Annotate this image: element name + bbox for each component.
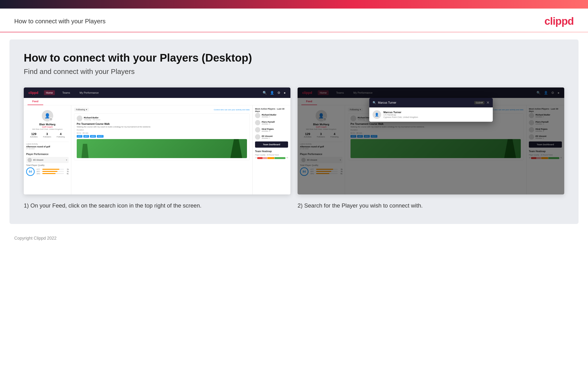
player-list-item-4: Eli Vincent Activities: 1 — [255, 134, 288, 139]
profile-card: 👤 Blair McHarg Golf Coach Mill Ride Golf… — [26, 108, 69, 142]
nav-home[interactable]: Home — [44, 90, 55, 95]
search-input[interactable]: Marcus Turner — [378, 101, 473, 104]
result-handicap: 1-5 Handicap — [384, 114, 418, 116]
bar-app: APP 70 — [36, 171, 69, 172]
player-list-item-3: Hiral Pujara Activities: 3 — [255, 127, 288, 132]
activity-date: Yesterday · The Grove — [84, 119, 100, 120]
activity-desc: Walking the course with my coach to buil… — [77, 126, 247, 128]
bar-ott: OTT 79 — [36, 169, 69, 170]
player-name-1: Richard Butler — [262, 114, 276, 116]
search-result-item[interactable]: 👤 Marcus Turner 1-5 Handicap Cypress Poi… — [369, 107, 493, 122]
right-panel-1: Most Active Players - Last 30 days Richa… — [253, 105, 290, 194]
player-list-item-1: Richard Butler Activities: 7 — [255, 113, 288, 118]
result-name: Marcus Turner — [384, 111, 418, 114]
quality-label: Total Player Quality — [26, 164, 69, 166]
player-avatar-1 — [255, 113, 260, 118]
header-divider — [0, 32, 588, 32]
activity-avatar — [77, 116, 82, 121]
player-select-name: Eli Vincent — [33, 159, 43, 161]
nav-teams[interactable]: Teams — [61, 90, 72, 95]
app-body-1: 👤 Blair McHarg Golf Coach Mill Ride Golf… — [24, 105, 290, 194]
score-bars: OTT 79 APP 70 — [36, 169, 69, 175]
bar-arg: ARG 61 — [36, 173, 69, 175]
settings-icon[interactable]: ⚙ — [277, 91, 281, 95]
control-link[interactable]: Control who can see your activity and da… — [214, 109, 250, 111]
step-2-text: 2) Search for the Player you wish to con… — [298, 202, 423, 209]
player-acts-1: Activities: 7 — [262, 116, 276, 118]
player-acts-4: Activities: 1 — [262, 138, 273, 139]
chevron-down-icon: ▾ — [66, 159, 67, 161]
stat-following: 4 Following — [57, 132, 65, 138]
profile-stats: 129 Activities 3 Followers 4 Following — [27, 130, 67, 140]
avatar-icon[interactable]: ● — [284, 91, 286, 95]
profile-role: Golf Coach — [27, 126, 67, 128]
left-panel-1: 👤 Blair McHarg Golf Coach Mill Ride Golf… — [24, 105, 71, 194]
player-name-2: Piers Parnell — [262, 121, 275, 123]
page-title: How to connect with your Players — [14, 18, 105, 25]
copyright: Copyright Clippd 2022 — [14, 236, 57, 240]
player-avatar-3 — [255, 127, 260, 132]
player-acts-3: Activities: 3 — [262, 130, 273, 132]
score-circle: 84 — [26, 167, 35, 176]
main-heading: How to connect with your Players (Deskto… — [24, 51, 564, 64]
step-descriptions: 1) On your Feed, click on the search ico… — [24, 202, 564, 210]
user-icon[interactable]: 👤 — [270, 91, 274, 95]
step-1-text: 1) On your Feed, click on the search ico… — [24, 202, 201, 209]
player-select-avatar — [27, 158, 32, 162]
player-avatar-2 — [255, 120, 260, 125]
footer: Copyright Clippd 2022 — [0, 231, 588, 248]
app-frame-1: clippd Home Teams My Performance 🔍 👤 ⚙ ●… — [24, 87, 290, 194]
following-bar: Following ▾ Control who can see your act… — [74, 108, 250, 111]
shot-tags: OTT APP ARG PUTT — [77, 135, 247, 138]
activity-duration: Duration — [77, 129, 247, 131]
chevron-down-icon: ▾ — [86, 108, 87, 111]
app-logo-1: clippd — [28, 91, 38, 95]
player-name-3: Hiral Pujara — [262, 128, 273, 130]
feed-tab[interactable]: Feed — [27, 98, 43, 105]
profile-club: Mill Ride Golf Club, United Kingdom — [27, 128, 67, 130]
search-box: 🔍 Marcus Turner CLEAR ✕ 👤 Marcus Turner … — [369, 98, 493, 122]
tag-putt: PUTT — [97, 135, 104, 138]
search-icon[interactable]: 🔍 — [263, 91, 267, 95]
result-club: Cypress Point Club, United Kingdom — [384, 116, 418, 118]
team-heatmap-section: Team Heatmap Player Quality · 20 Round T… — [255, 150, 288, 159]
search-overlay: 🔍 Marcus Turner CLEAR ✕ 👤 Marcus Turner … — [298, 87, 564, 194]
search-input-row: 🔍 Marcus Turner CLEAR ✕ — [369, 98, 493, 107]
close-button[interactable]: ✕ — [486, 100, 490, 105]
following-button[interactable]: Following ▾ — [74, 108, 89, 111]
tag-ott: OTT — [77, 135, 82, 138]
main-subheading: Find and connect with your Players — [24, 67, 564, 76]
player-select[interactable]: Eli Vincent ▾ — [26, 157, 69, 163]
tab-bar: Feed — [24, 98, 290, 105]
avatar: 👤 — [42, 110, 53, 121]
result-info: Marcus Turner 1-5 Handicap Cypress Point… — [384, 111, 418, 118]
player-info-4: Eli Vincent Activities: 1 — [262, 135, 273, 139]
search-icon-overlay: 🔍 — [373, 101, 376, 104]
player-list-item-2: Piers Parnell Activities: 4 — [255, 120, 288, 125]
result-avatar: 👤 — [373, 110, 381, 119]
nav-my-performance[interactable]: My Performance — [78, 90, 101, 95]
clear-button[interactable]: CLEAR — [474, 101, 484, 104]
activity-time: 02 hr : 00 min — [77, 132, 247, 134]
middle-panel-1: Following ▾ Control who can see your act… — [71, 105, 253, 194]
screenshot-2: clippd Home Teams My Performance 🔍 👤 ⚙ ●… — [298, 87, 564, 194]
activity-user-name: Richard Butler — [84, 117, 100, 119]
screenshots-row: clippd Home Teams My Performance 🔍 👤 ⚙ ●… — [24, 87, 564, 194]
tag-arg: ARG — [90, 135, 96, 138]
app-nav-1: clippd Home Teams My Performance 🔍 👤 ⚙ ● — [24, 87, 290, 98]
screenshot-1: clippd Home Teams My Performance 🔍 👤 ⚙ ●… — [24, 87, 290, 194]
team-dashboard-button[interactable]: Team Dashboard — [255, 141, 288, 148]
quality-score: 84 OTT 79 APP — [26, 167, 69, 176]
step-1-desc: 1) On your Feed, click on the search ico… — [24, 202, 290, 210]
player-avatar-4 — [255, 134, 260, 139]
stat-activities: 129 Activities — [30, 132, 38, 138]
app-frame-2: clippd Home Teams My Performance 🔍 👤 ⚙ ●… — [298, 87, 564, 194]
player-info-3: Hiral Pujara Activities: 3 — [262, 128, 273, 132]
clippd-logo: clippd — [544, 15, 574, 27]
tag-app: APP — [83, 135, 89, 138]
team-heatmap-label: Team Heatmap — [255, 150, 288, 153]
nav-icons-1: 🔍 👤 ⚙ ● — [263, 91, 286, 95]
main-content: How to connect with your Players (Deskto… — [9, 39, 579, 224]
activity-title: Pre Tournament Course Walk — [77, 123, 247, 125]
player-name-4: Eli Vincent — [262, 135, 273, 138]
